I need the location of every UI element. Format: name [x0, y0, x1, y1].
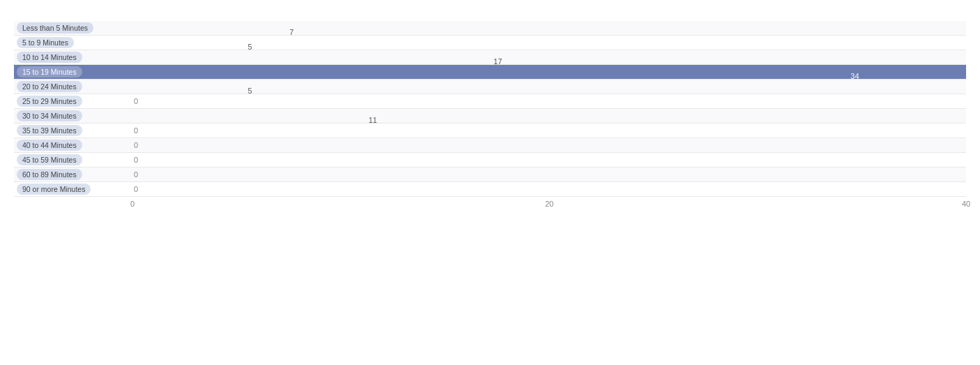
bar-row: Less than 5 Minutes 7 [14, 21, 966, 36]
label-pill: 45 to 59 Minutes [17, 154, 82, 165]
label-pill: 25 to 29 Minutes [17, 96, 82, 107]
row-label: 45 to 59 Minutes [14, 153, 132, 167]
row-label: 10 to 14 Minutes [14, 50, 132, 64]
row-label: 15 to 19 Minutes [14, 65, 132, 79]
bar-value: 7 [289, 28, 293, 36]
row-label: 90 or more Minutes [14, 182, 132, 196]
label-pill: 40 to 44 Minutes [17, 140, 82, 151]
chart-container: Less than 5 Minutes 7 5 to 9 Minutes 5 1… [0, 0, 980, 365]
x-axis: 02040 [14, 197, 966, 214]
row-label: 30 to 34 Minutes [14, 109, 132, 123]
bar-row: 25 to 29 Minutes 0 [14, 94, 966, 109]
bar-value: 5 [247, 43, 252, 51]
x-axis-label: 40 [962, 200, 970, 208]
bar-row: 20 to 24 Minutes 5 [14, 80, 966, 94]
row-label: 40 to 44 Minutes [14, 138, 132, 152]
label-pill: 10 to 14 Minutes [17, 52, 82, 63]
bar-value: 0 [134, 97, 138, 105]
bar-value: 0 [134, 185, 138, 193]
row-label: Less than 5 Minutes [14, 21, 132, 35]
bar-value: 5 [247, 87, 252, 95]
label-pill: 20 to 24 Minutes [17, 81, 82, 92]
bar-value: 0 [134, 141, 138, 149]
bar-value: 0 [134, 170, 138, 179]
bar-value: 0 [134, 126, 138, 135]
x-axis-labels: 02040 [132, 200, 966, 214]
row-label: 35 to 39 Minutes [14, 124, 132, 137]
label-pill: 30 to 34 Minutes [17, 110, 82, 121]
bar-row: 15 to 19 Minutes 34 [14, 65, 966, 80]
label-pill: 90 or more Minutes [17, 184, 91, 195]
label-pill: 5 to 9 Minutes [17, 37, 74, 48]
label-pill: 35 to 39 Minutes [17, 125, 82, 136]
row-label: 5 to 9 Minutes [14, 36, 132, 50]
label-pill: 60 to 89 Minutes [17, 169, 82, 180]
bar-row: 40 to 44 Minutes 0 [14, 138, 966, 153]
bar-row: 45 to 59 Minutes 0 [14, 153, 966, 167]
row-label: 60 to 89 Minutes [14, 167, 132, 181]
row-label: 20 to 24 Minutes [14, 80, 132, 94]
label-pill: 15 to 19 Minutes [17, 66, 82, 77]
bar-row: 30 to 34 Minutes 11 [14, 109, 966, 124]
bar-row: 90 or more Minutes 0 [14, 182, 966, 197]
rows-container: Less than 5 Minutes 7 5 to 9 Minutes 5 1… [14, 21, 966, 197]
bar-value: 0 [134, 156, 138, 164]
bar-row: 35 to 39 Minutes 0 [14, 124, 966, 138]
label-pill: Less than 5 Minutes [17, 22, 93, 33]
x-axis-label: 0 [130, 200, 135, 208]
bar-row: 60 to 89 Minutes 0 [14, 167, 966, 182]
bar-row: 5 to 9 Minutes 5 [14, 36, 966, 50]
bar-value: 11 [369, 116, 377, 124]
bars-section: Less than 5 Minutes 7 5 to 9 Minutes 5 1… [14, 21, 966, 214]
bar-value: 34 [850, 72, 859, 80]
bar-row: 10 to 14 Minutes 17 [14, 50, 966, 65]
row-label: 25 to 29 Minutes [14, 94, 132, 108]
x-axis-label: 20 [545, 200, 553, 208]
bar-value: 17 [493, 57, 502, 66]
